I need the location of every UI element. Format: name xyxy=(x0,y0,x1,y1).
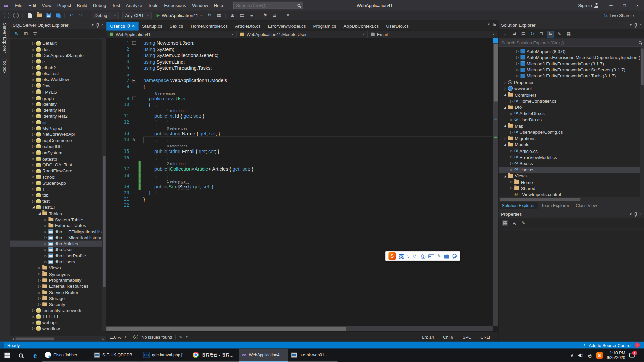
tree-item-userdto-cs[interactable]: ▷C#UserDto.cs xyxy=(499,117,640,123)
chevron-expanded-icon[interactable]: ◢ xyxy=(37,212,42,215)
action-center-button[interactable]: 2 xyxy=(629,353,635,357)
document-tab-user-cs[interactable]: User.cs× xyxy=(106,22,138,31)
chevron-collapsed-icon[interactable]: ▷ xyxy=(31,138,36,142)
breadcrumb-webapplication41-models-user[interactable]: WebApplication41.Models.User▾ xyxy=(237,31,368,38)
editor-horizontal-scrollbar[interactable] xyxy=(106,326,493,331)
chevron-collapsed-icon[interactable]: ▷ xyxy=(31,157,36,161)
sign-in-button[interactable]: Sign in xyxy=(578,3,599,8)
code-line[interactable]: 2using System; xyxy=(106,46,493,53)
tree-item-errorviewmodel-cs[interactable]: ▷C#ErrorViewModel.cs xyxy=(499,154,640,160)
eol-indicator[interactable]: CRLF xyxy=(480,334,492,339)
chevron-collapsed-icon[interactable]: ▷ xyxy=(31,102,36,106)
chevron-collapsed-icon[interactable]: ▷ xyxy=(43,224,48,227)
chevron-collapsed-icon[interactable]: ▷ xyxy=(43,242,48,245)
chevron-collapsed-icon[interactable]: ▷ xyxy=(509,162,514,165)
tree-item-tdb[interactable]: ▷tdb xyxy=(10,192,102,198)
taskbar-clock[interactable]: 1:10 PM 9/25/2020 xyxy=(607,350,625,360)
chevron-collapsed-icon[interactable]: ▷ xyxy=(43,236,48,239)
scroll-left-icon[interactable]: ◂ xyxy=(10,337,16,341)
quick-search[interactable] xyxy=(233,2,303,9)
menu-file[interactable]: File xyxy=(12,0,25,11)
keyboard-icon[interactable] xyxy=(428,254,434,258)
tree-item-sex-cs[interactable]: ▷C#Sex.cs xyxy=(499,160,640,167)
taskbar-app-s-e-hk-web01-re[interactable]: s-e-hk-web01 - Re... xyxy=(288,349,338,362)
edge-button[interactable]: e xyxy=(28,349,42,362)
tree-item-identity[interactable]: ▷identity xyxy=(10,101,102,107)
toolbar-open-file-icon[interactable] xyxy=(35,11,43,19)
tree-item-iiii[interactable]: ▷iiii xyxy=(10,119,102,125)
tree-item-testef[interactable]: ◢TestEF xyxy=(10,204,102,210)
tree-item-automapper-8-0-0[interactable]: ▷AutoMapper (8.0.0) xyxy=(499,48,640,54)
punctuation-icon[interactable]: ’, xyxy=(407,254,409,259)
code-editor[interactable]: 1−using Newtonsoft.Json;2using System;3u… xyxy=(106,38,493,326)
tree-item-map[interactable]: ◢Map xyxy=(499,123,640,129)
chevron-collapsed-icon[interactable]: ▷ xyxy=(515,56,520,59)
filter-icon[interactable]: ▽ xyxy=(32,31,38,37)
chevron-down-icon[interactable]: ▾ xyxy=(232,32,233,36)
tree-item-migrations[interactable]: ▷Migrations xyxy=(499,135,640,142)
toolbar-overflow-icon[interactable]: ▾ xyxy=(284,11,292,19)
tree-item-elsatest[interactable]: ▷elsaTest xyxy=(10,71,102,77)
tree-item-oatestb[interactable]: ▷oatestb xyxy=(10,156,102,162)
chevron-collapsed-icon[interactable]: ▷ xyxy=(37,290,42,294)
chevron-collapsed-icon[interactable]: ▷ xyxy=(31,193,36,197)
chevron-down-icon[interactable]: ▾ xyxy=(186,335,188,339)
chevron-collapsed-icon[interactable]: ▷ xyxy=(503,136,508,140)
categorized-icon[interactable]: ▦ xyxy=(502,219,508,226)
tree-item-fpylg[interactable]: ▷FPYLG xyxy=(10,89,102,95)
taskbar-search-button[interactable] xyxy=(14,349,28,362)
tree-item-docapprovalsample[interactable]: ▷DocApprovalSample xyxy=(10,52,102,58)
code-line[interactable]: 19 public Sex Sex { get; set; } xyxy=(106,184,493,190)
chevron-collapsed-icon[interactable]: ▷ xyxy=(31,151,36,155)
panel-close-icon[interactable]: × xyxy=(639,23,641,27)
code-line[interactable]: 11 public int Id { get; set; } xyxy=(106,113,493,119)
quick-search-input[interactable] xyxy=(234,3,294,8)
code-line[interactable]: 13 public string Name { get; set; } xyxy=(106,130,493,137)
toolbar-navigate-forward-icon[interactable]: → xyxy=(12,11,20,19)
wrench-icon[interactable] xyxy=(452,254,457,258)
tree-item-external-tables[interactable]: ▷External Tables xyxy=(10,223,102,229)
chevron-collapsed-icon[interactable]: ▷ xyxy=(31,96,36,100)
emoji-icon[interactable]: ☺ xyxy=(412,254,417,259)
column-indicator[interactable]: Ch: 9 xyxy=(443,334,453,339)
fold-collapse-icon[interactable]: − xyxy=(132,97,136,100)
chevron-collapsed-icon[interactable]: ▷ xyxy=(37,284,42,288)
toolbar-refresh-icon[interactable]: ↻ xyxy=(206,11,214,19)
tree-item-doc[interactable]: ▷doc xyxy=(10,46,102,52)
menu-extensions[interactable]: Extensions xyxy=(161,0,189,11)
code-line[interactable]: 12 xyxy=(106,119,493,125)
code-line[interactable]: 16 xyxy=(106,155,493,161)
code-line[interactable]: 21} xyxy=(106,196,493,202)
tree-item-t[interactable]: ▷T xyxy=(10,186,102,192)
issues-status[interactable]: No issues found xyxy=(141,334,172,339)
chevron-collapsed-icon[interactable]: ▷ xyxy=(31,78,36,81)
chevron-collapsed-icon[interactable]: ▷ xyxy=(31,309,36,312)
tree-item-flow[interactable]: ▷flow xyxy=(10,83,102,89)
chevron-collapsed-icon[interactable]: ▷ xyxy=(31,163,36,167)
menu-build[interactable]: Build xyxy=(74,0,90,11)
zoom-level[interactable]: 110 % xyxy=(110,334,122,339)
chevron-collapsed-icon[interactable]: ▷ xyxy=(31,42,36,45)
menu-test[interactable]: Test xyxy=(109,0,123,11)
chevron-collapsed-icon[interactable]: ▷ xyxy=(31,90,36,94)
tree-item-webapi[interactable]: ▷webapi xyxy=(10,319,102,325)
tree-item-microsoft-entityframeworkcore-tools-3-1-7[interactable]: ▷Microsoft.EntityFrameworkCore.Tools (3.… xyxy=(499,73,640,79)
chevron-collapsed-icon[interactable]: ▷ xyxy=(31,108,36,112)
ime-language-toggle[interactable]: 英 xyxy=(399,253,404,260)
chevron-collapsed-icon[interactable]: ▷ xyxy=(509,130,514,134)
scroll-right-icon[interactable]: ▸ xyxy=(101,337,106,341)
menu-tools[interactable]: Tools xyxy=(145,0,161,11)
start-debugging-button[interactable]: ▶ WebApplication41 ▾ xyxy=(157,13,202,18)
document-tab-startup-cs[interactable]: Startup.cs xyxy=(138,22,166,31)
solution-tree-scrollbar[interactable] xyxy=(640,47,644,197)
chevron-expanded-icon[interactable]: ◢ xyxy=(503,93,508,97)
code-line[interactable]: 15 public string Email { get; set; } xyxy=(106,148,493,155)
tree-item-dbo-userprofile[interactable]: ▷dbo.UserProfile xyxy=(10,253,102,259)
chevron-collapsed-icon[interactable]: ▷ xyxy=(31,327,36,330)
chevron-collapsed-icon[interactable]: ▷ xyxy=(31,321,36,324)
panel-menu-icon[interactable]: ▾ xyxy=(92,23,94,27)
code-line[interactable]: 3using System.Collections.Generic; xyxy=(106,52,493,59)
minimize-button[interactable]: ─ xyxy=(604,0,618,11)
toolbar-preview-window-icon[interactable]: ▤ xyxy=(238,11,246,19)
chevron-collapsed-icon[interactable]: ▷ xyxy=(31,187,36,191)
